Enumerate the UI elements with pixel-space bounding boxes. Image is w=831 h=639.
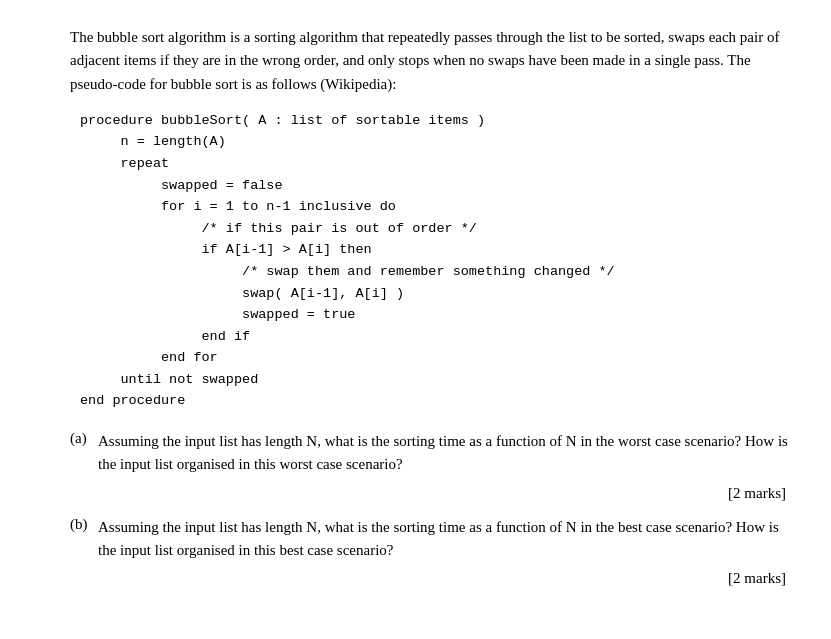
code-line: /* if this pair is out of order */ (80, 218, 791, 240)
code-line: end procedure (80, 390, 791, 412)
code-line: n = length(A) (80, 131, 791, 153)
code-line: if A[i-1] > A[i] then (80, 239, 791, 261)
marks-0: [2 marks] (60, 485, 791, 502)
part-letter-1: (b) (70, 516, 98, 533)
part-text-0: Assuming the input list has length N, wh… (98, 430, 791, 477)
part-label-1: (b)Assuming the input list has length N,… (70, 516, 791, 563)
part-text-1: Assuming the input list has length N, wh… (98, 516, 791, 563)
code-line: procedure bubbleSort( A : list of sortab… (80, 110, 791, 132)
code-line: end if (80, 326, 791, 348)
code-line: end for (80, 347, 791, 369)
intro-text: The bubble sort algorithm is a sorting a… (70, 29, 779, 92)
question-part-a: (a)Assuming the input list has length N,… (60, 430, 791, 502)
code-line: for i = 1 to n-1 inclusive do (80, 196, 791, 218)
code-block: procedure bubbleSort( A : list of sortab… (70, 110, 791, 412)
code-line: repeat (80, 153, 791, 175)
question-intro: The bubble sort algorithm is a sorting a… (70, 26, 791, 412)
part-letter-0: (a) (70, 430, 98, 447)
code-line: swapped = false (80, 175, 791, 197)
code-line: swap( A[i-1], A[i] ) (80, 283, 791, 305)
part-label-0: (a)Assuming the input list has length N,… (70, 430, 791, 477)
code-line: /* swap them and remember something chan… (80, 261, 791, 283)
code-line: until not swapped (80, 369, 791, 391)
question-container: The bubble sort algorithm is a sorting a… (40, 26, 791, 587)
question-part-b: (b)Assuming the input list has length N,… (60, 516, 791, 588)
parts-section: (a)Assuming the input list has length N,… (60, 430, 791, 587)
marks-1: [2 marks] (60, 570, 791, 587)
code-line: swapped = true (80, 304, 791, 326)
